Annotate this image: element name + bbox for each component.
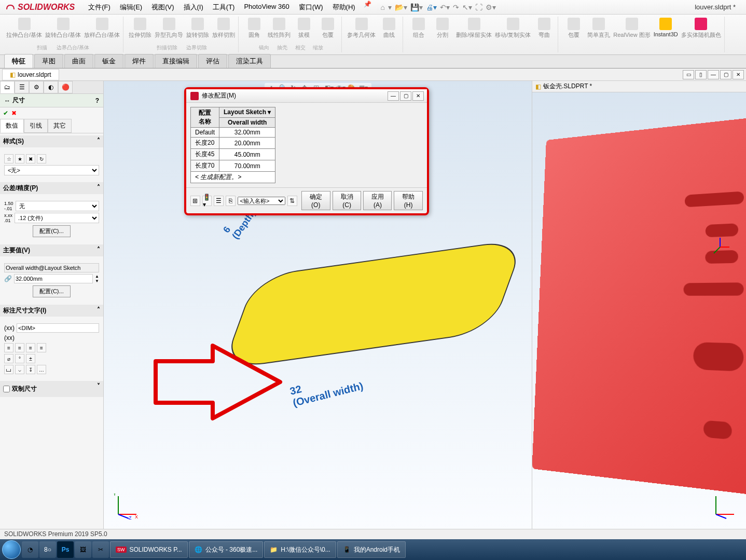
win-min-icon[interactable]: — — [708, 70, 719, 79]
dialog-title-bar[interactable]: 修改配置(M) — ▢ ✕ — [186, 89, 427, 103]
style-apply-icon[interactable]: ↻ — [37, 154, 46, 163]
ribbon-mirror[interactable]: 镜向 — [259, 44, 269, 51]
win-tile-v-icon[interactable]: ▯ — [695, 70, 707, 79]
ribbon-random-color[interactable]: 多实体随机颜色 — [681, 18, 721, 39]
menu-photoview[interactable]: PhotoView 360 — [240, 1, 293, 14]
menu-edit[interactable]: 编辑(E) — [116, 1, 146, 14]
3d-sheetmetal-body[interactable] — [532, 117, 746, 496]
taskbar-explorer[interactable]: 📁H:\微信公众号\0... — [264, 541, 336, 558]
doc-tab-left[interactable]: ◧louver.sldprt — [2, 69, 59, 80]
qat-print-icon[interactable]: 🖨▾ — [426, 3, 437, 11]
panel-tab-dimxpert-icon[interactable]: ◐ — [44, 81, 58, 93]
menu-file[interactable]: 文件(F) — [84, 1, 115, 14]
ribbon-fillet[interactable]: 圆角 — [244, 18, 265, 39]
dialog-apply-button[interactable]: 应用(A) — [363, 191, 392, 210]
ribbon-simple-hole[interactable]: 简单直孔 — [587, 18, 610, 39]
panel-cancel-icon[interactable]: ✖ — [11, 110, 17, 117]
ribbon-wrap2[interactable]: 包覆 — [563, 18, 584, 39]
ribbon-boundary-boss[interactable]: 边界凸台/基体 — [57, 44, 89, 51]
ribbon-loft-boss[interactable]: 放样凸台/基体 — [84, 18, 120, 39]
ribbon-wrap[interactable]: 包覆 — [317, 18, 338, 39]
panel-tab-appearance-icon[interactable]: 🔴 — [58, 81, 73, 93]
dlg-name-input[interactable]: <输入名称> — [238, 197, 286, 205]
qat-options-icon[interactable]: ⚙▾ — [486, 3, 496, 11]
tab-sheetmetal[interactable]: 钣金 — [94, 54, 123, 68]
dialog-min-icon[interactable]: — — [388, 91, 399, 101]
sym-more-icon[interactable]: … — [37, 365, 46, 374]
qat-open-icon[interactable]: 📂▾ — [395, 3, 407, 11]
config-button-2[interactable]: 配置(C)... — [33, 285, 70, 297]
config-header-sketch[interactable]: Layout Sketch ▾ — [219, 107, 275, 118]
qat-home-icon[interactable]: ⌂ — [381, 3, 385, 11]
taskbar-app1-icon[interactable]: ◔ — [22, 541, 38, 558]
config-table[interactable]: 配置 名称 Layout Sketch ▾ Overall width Defa… — [190, 107, 275, 183]
sub-tab-other[interactable]: 其它 — [48, 119, 72, 133]
sub-tab-leaders[interactable]: 引线 — [24, 119, 48, 133]
spinner-up-icon[interactable]: ▲▼ — [95, 274, 99, 283]
menu-tools[interactable]: 工具(T) — [209, 1, 239, 14]
dim-text-input[interactable] — [17, 323, 99, 333]
viewport-right[interactable]: ◧ 钣金壳.SLDPRT * — [532, 81, 746, 529]
text-center-icon[interactable]: ≡ — [15, 343, 24, 352]
main-value-input[interactable] — [14, 274, 93, 283]
dialog-cancel-button[interactable]: 取消(C) — [333, 191, 362, 210]
ribbon-move-copy[interactable]: 移动/复制实体 — [495, 18, 531, 39]
dlg-copy-icon[interactable]: ⎘ — [226, 196, 236, 206]
sym5-icon[interactable]: ⌵ — [15, 365, 24, 374]
triad-icon[interactable] — [711, 494, 737, 520]
sub-tab-value[interactable]: 数值 — [0, 119, 24, 133]
section-tolerance[interactable]: 公差/精度(P)˄ — [0, 182, 103, 194]
menu-window[interactable]: 窗口(W) — [295, 1, 327, 14]
precision-select[interactable]: .12 (文件) — [15, 213, 99, 223]
panel-tab-config-icon[interactable]: ⚙ — [29, 81, 44, 93]
sym1-icon[interactable]: ⌀ — [4, 354, 13, 363]
dialog-help-button[interactable]: 帮助(H) — [394, 191, 423, 210]
ribbon-scale[interactable]: 缩放 — [313, 44, 323, 51]
triad-icon[interactable]: YXZ — [113, 494, 139, 520]
ribbon-revolve-cut[interactable]: 旋转切除 — [186, 18, 209, 39]
ribbon-instant3d[interactable]: Instant3D — [654, 18, 678, 39]
ribbon-shell[interactable]: 抽壳 — [277, 44, 287, 51]
menu-help[interactable]: 帮助(H) — [328, 1, 360, 14]
config-button-1[interactable]: 配置(C)... — [33, 225, 70, 237]
dlg-sort-icon[interactable]: ⇅ — [287, 196, 297, 206]
panel-ok-icon[interactable]: ✔ — [3, 110, 8, 117]
ribbon-extrude-boss[interactable]: 拉伸凸台/基体 — [6, 18, 42, 39]
dlg-list-icon[interactable]: ☰ — [214, 196, 224, 206]
ribbon-boundary-cut[interactable]: 边界切除 — [186, 44, 207, 51]
pin-icon[interactable]: 📌 — [364, 1, 371, 14]
style-save-icon[interactable]: ★ — [15, 154, 24, 163]
style-del-icon[interactable]: ✖ — [26, 154, 35, 163]
qat-save-icon[interactable]: 💾▾ — [410, 3, 423, 11]
ribbon-hole-wizard[interactable]: 异型孔向导 — [155, 18, 183, 39]
qat-redo-icon[interactable]: ↷ — [453, 3, 459, 11]
ribbon-intersect[interactable]: 相交 — [295, 44, 306, 51]
ribbon-loft-cut[interactable]: 放样切割 — [212, 18, 235, 39]
ribbon-sweep-cut[interactable]: 扫描切除 — [157, 44, 177, 51]
taskbar-browser[interactable]: 🌐公众号 - 360极速... — [189, 541, 264, 558]
menu-view[interactable]: 视图(V) — [147, 1, 178, 14]
panel-help-icon[interactable]: ? — [95, 97, 99, 104]
tab-sketch[interactable]: 草图 — [34, 54, 63, 68]
style-load-icon[interactable]: ☆ — [4, 154, 13, 163]
orientation-cube-icon[interactable] — [710, 237, 730, 257]
dlg-view-icon[interactable]: ⊞ — [190, 196, 200, 206]
dialog-ok-button[interactable]: 确定(O) — [301, 191, 330, 210]
taskbar-app3-icon[interactable]: 🖼 — [75, 541, 91, 558]
text-justify-icon[interactable]: ≡ — [37, 343, 46, 352]
win-close-icon[interactable]: ✕ — [733, 70, 744, 79]
ribbon-ref-geom[interactable]: 参考几何体 — [347, 18, 376, 39]
sym2-icon[interactable]: ° — [15, 354, 24, 363]
section-dim-text[interactable]: 标注尺寸文字(I)˄ — [0, 305, 103, 317]
dlg-traffic-icon[interactable]: 🚦▾ — [202, 196, 212, 206]
tab-direct-edit[interactable]: 直接编辑 — [155, 54, 197, 68]
text-left-icon[interactable]: ≡ — [4, 343, 13, 352]
ribbon-realview[interactable]: RealView 图形 — [613, 18, 650, 39]
ribbon-flex[interactable]: 弯曲 — [534, 18, 555, 39]
taskbar-ps-icon[interactable]: Ps — [57, 541, 74, 558]
taskbar-phone[interactable]: 📱我的Android手机 — [337, 541, 406, 558]
main-value-name-input[interactable] — [4, 263, 99, 272]
ribbon-split[interactable]: 分割 — [432, 18, 453, 39]
ribbon-combine[interactable]: 组合 — [408, 18, 429, 39]
doc-tab-right-label[interactable]: 钣金壳.SLDPRT * — [543, 82, 592, 91]
